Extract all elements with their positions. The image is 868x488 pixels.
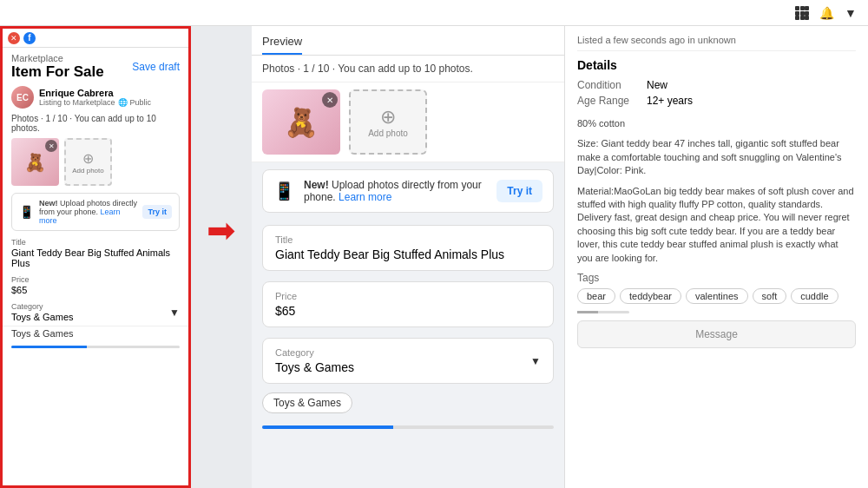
category-tag-pill[interactable]: Toys & Games — [262, 392, 352, 413]
save-draft-button[interactable]: Save draft — [132, 61, 180, 73]
svg-rect-5 — [805, 11, 809, 16]
category-section-center[interactable]: Category Toys & Games ▼ — [262, 338, 554, 384]
message-button[interactable]: Message — [577, 320, 856, 348]
price-label-sidebar: Price — [11, 275, 180, 284]
phone-icon-sidebar: 📱 — [19, 205, 34, 219]
user-info: Enrique Cabrera Listing to Marketplace 🌐… — [39, 88, 151, 107]
title-value-sidebar: Giant Teddy Bear Big Stuffed Animals Plu… — [11, 247, 180, 268]
tag-cuddle: cuddle — [791, 288, 838, 304]
category-chevron-sidebar: ▼ — [169, 307, 180, 319]
photos-label-sidebar: Photos · 1 / 10 · You can add up to 10 p… — [3, 112, 188, 135]
remove-photo-center[interactable]: ✕ — [322, 92, 338, 108]
try-it-button-sidebar[interactable]: Try it — [142, 205, 172, 219]
price-label-center: Price — [275, 291, 541, 301]
arrow-indicator: ➡ — [191, 208, 252, 252]
marketplace-label: Marketplace — [11, 53, 104, 63]
photos-row-center: 🧸 ✕ ⊕ Add photo — [252, 82, 564, 162]
progress-fill-center — [262, 425, 393, 429]
tags-section-center: Toys & Games — [262, 392, 554, 413]
svg-rect-6 — [795, 16, 799, 20]
phone-icon-center: 📱 — [273, 181, 295, 201]
title-value-center: Giant Teddy Bear Big Stuffed Animals Plu… — [275, 247, 541, 261]
plus-icon-center: ⊕ — [380, 106, 396, 129]
condition-row: Condition New — [577, 79, 856, 91]
add-photo-button-sidebar[interactable]: ⊕ Add photo — [64, 138, 112, 186]
tag-bear: bear — [577, 288, 615, 304]
age-range-value: 12+ years — [647, 95, 693, 107]
try-it-button-center[interactable]: Try it — [496, 180, 542, 202]
public-icon: 🌐 — [118, 98, 128, 107]
category-value-sidebar: Toys & Games — [11, 312, 74, 322]
svg-rect-4 — [800, 11, 805, 16]
title-field-sidebar: Title Giant Teddy Bear Big Stuffed Anima… — [3, 234, 188, 272]
upload-banner-sidebar: 📱 New! Upload photos directly from your … — [11, 193, 180, 231]
photos-header-center: Photos · 1 / 10 · You can add up to 10 p… — [252, 56, 564, 82]
category-chevron-center: ▼ — [530, 355, 541, 367]
facebook-browser-icon: f — [23, 32, 36, 44]
details-title: Details — [577, 58, 856, 72]
close-browser-tab[interactable]: ✕ — [8, 32, 20, 44]
category-label-sidebar: Category — [11, 302, 74, 311]
upload-text-sidebar: New! Upload photos directly from your ph… — [39, 199, 137, 225]
description-1: 80% cotton — [577, 117, 856, 130]
photos-row-sidebar: 🧸 ✕ ⊕ Add photo — [3, 135, 188, 189]
user-name: Enrique Cabrera — [39, 88, 151, 98]
svg-rect-2 — [805, 6, 809, 10]
center-preview-panel: Preview Photos · 1 / 10 · You can add up… — [252, 26, 564, 488]
upload-banner-center: 📱 New! Upload photos directly from your … — [262, 169, 554, 213]
svg-rect-7 — [800, 16, 805, 20]
title-section-center[interactable]: Title Giant Teddy Bear Big Stuffed Anima… — [262, 225, 554, 271]
preview-tab-label: Preview — [262, 35, 302, 55]
age-range-label: Age Range — [577, 95, 647, 107]
visibility-label: Public — [130, 98, 152, 107]
progress-fill-sidebar — [11, 346, 87, 348]
svg-rect-1 — [800, 6, 805, 10]
add-photo-button-center[interactable]: ⊕ Add photo — [349, 89, 427, 155]
svg-rect-8 — [805, 16, 809, 20]
tag-teddybear: teddybear — [620, 288, 681, 304]
learn-more-link-center[interactable]: Learn more — [339, 191, 391, 203]
right-panel-details: Listed a few seconds ago in unknown Deta… — [564, 26, 868, 488]
remove-photo-sidebar[interactable]: ✕ — [45, 140, 57, 152]
price-value-center: $65 — [275, 304, 541, 318]
title-label-center: Title — [275, 234, 541, 245]
listing-to-label: Listing to Marketplace — [39, 98, 115, 107]
preview-tab[interactable]: Preview — [252, 26, 564, 56]
browser-tab-bar: ✕ f — [3, 29, 188, 48]
price-section-center[interactable]: Price $65 — [262, 281, 554, 327]
user-row: EC Enrique Cabrera Listing to Marketplac… — [3, 82, 188, 112]
category-inner-center: Category Toys & Games — [275, 347, 354, 374]
category-label-center: Category — [275, 347, 354, 358]
add-photo-label-center: Add photo — [368, 129, 408, 138]
tags-row-sidebar: Toys & Games — [3, 326, 188, 340]
svg-rect-0 — [795, 6, 799, 10]
progress-bar-center — [262, 425, 554, 429]
nav-icons: 🔔 ▼ — [793, 4, 859, 22]
category-field-sidebar[interactable]: Category Toys & Games ▼ — [3, 299, 188, 326]
plus-icon-sidebar: ⊕ — [82, 150, 94, 167]
price-value-sidebar: $65 — [11, 285, 180, 295]
small-progress-fill — [577, 311, 598, 313]
grid-icon[interactable] — [793, 4, 811, 22]
age-range-row: Age Range 12+ years — [577, 95, 856, 107]
tags-label-right: Tags — [577, 272, 856, 284]
tag-soft: soft — [753, 288, 787, 304]
item-for-sale-title: Item For Sale — [11, 63, 104, 81]
svg-rect-3 — [795, 11, 799, 16]
user-avatar: EC — [11, 86, 34, 109]
message-section: Message — [577, 320, 856, 348]
left-panel-sidebar: ✕ f Marketplace Item For Sale Save draft… — [0, 26, 191, 488]
category-inner-sidebar: Category Toys & Games — [11, 302, 74, 322]
photo-thumbnail-center: 🧸 ✕ — [262, 89, 340, 155]
tags-row-right: bear teddybear valentines soft cuddle — [577, 288, 856, 304]
listed-time-text: Listed a few seconds ago in unknown — [577, 35, 856, 51]
bell-icon[interactable]: 🔔 — [818, 4, 835, 22]
chevron-down-icon[interactable]: ▼ — [842, 4, 859, 22]
description-3: Material:MaoGoLan big teddy bear makes o… — [577, 185, 856, 265]
tags-value-sidebar: Toys & Games — [11, 328, 74, 339]
progress-bar-sidebar — [11, 346, 180, 348]
new-badge-sidebar: New! — [39, 199, 58, 208]
new-badge-center: New! — [304, 179, 329, 191]
condition-label: Condition — [577, 79, 647, 91]
condition-value: New — [647, 79, 667, 91]
